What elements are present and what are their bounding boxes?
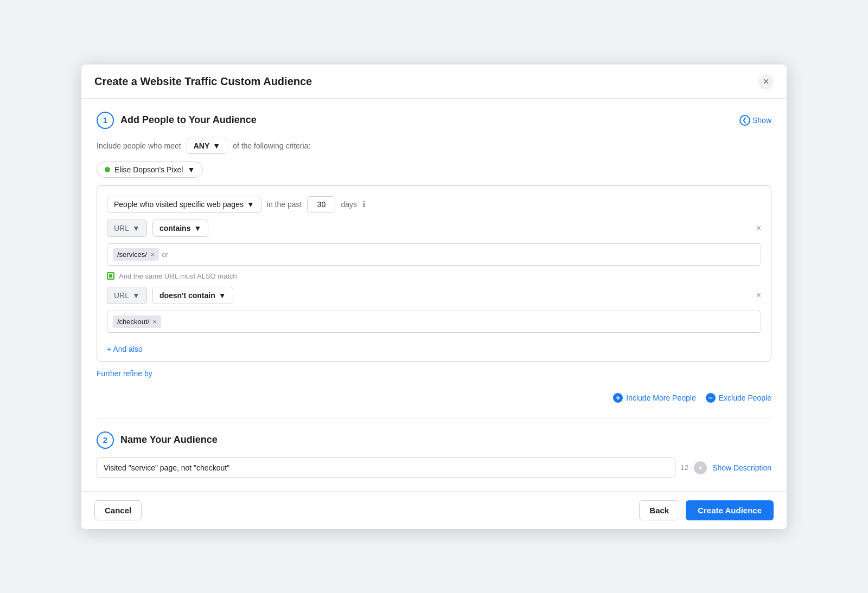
modal-container: Create a Website Traffic Custom Audience… xyxy=(81,65,787,529)
chevron-left-icon: ❮ xyxy=(739,115,750,126)
step1-circle: 1 xyxy=(97,112,114,129)
section1-title: Add People to Your Audience xyxy=(120,114,257,126)
rule1-header-row: People who visited specific web pages ▼ … xyxy=(107,196,761,213)
footer-right: Back Create Audience xyxy=(639,500,774,520)
contains-condition-button[interactable]: contains ▼ xyxy=(152,220,208,237)
contains-label: contains xyxy=(159,224,191,233)
url-tag-input[interactable]: /services/ × or xyxy=(107,243,761,266)
remove-rule2-icon[interactable]: × xyxy=(756,291,761,300)
notcontains-dropdown-icon: ▼ xyxy=(219,291,226,300)
visited-label: People who visited specific web pages xyxy=(114,200,244,209)
also-match-checkbox[interactable] xyxy=(107,272,114,280)
close-icon[interactable]: × xyxy=(758,74,774,89)
services-tag-remove[interactable]: × xyxy=(150,251,155,258)
char-count: 12 xyxy=(681,463,688,472)
back-button[interactable]: Back xyxy=(639,500,679,520)
or-label: or xyxy=(162,250,169,259)
url-dropdown-icon: ▼ xyxy=(132,224,140,233)
audience-name-input[interactable] xyxy=(97,457,675,478)
contains-dropdown-icon: ▼ xyxy=(194,224,201,233)
notcontains-label: doesn't contain xyxy=(159,291,215,300)
url-contains-row: URL ▼ contains ▼ × xyxy=(107,220,761,237)
step2-circle: 2 xyxy=(97,431,114,449)
pixel-status-dot xyxy=(105,167,110,172)
url-notcontains-row: URL ▼ doesn't contain ▼ × xyxy=(107,287,761,304)
clear-input-button[interactable]: × xyxy=(694,461,707,474)
url-type-button[interactable]: URL ▼ xyxy=(107,220,147,237)
in-past-label: in the past xyxy=(267,200,302,209)
also-match-row: And the same URL must ALSO match xyxy=(107,272,761,280)
exclude-people-button[interactable]: − Exclude People xyxy=(706,393,771,403)
further-refine-link[interactable]: Further refine by xyxy=(97,369,152,378)
url-label: URL xyxy=(114,224,129,233)
section2-header: 2 Name Your Audience xyxy=(97,431,771,449)
section2-title: Name Your Audience xyxy=(120,434,218,446)
pixel-name: Elise Dopson's Pixel xyxy=(114,165,183,174)
remove-rule1-icon[interactable]: × xyxy=(756,223,761,233)
info-icon[interactable]: ℹ xyxy=(362,199,366,209)
and-also-link[interactable]: + And also xyxy=(107,345,143,353)
services-tag: /services/ × xyxy=(113,248,159,261)
visited-dropdown-icon: ▼ xyxy=(247,200,254,209)
checkout-tag-label: /checkout/ xyxy=(117,318,149,326)
include-label: Include More People xyxy=(626,394,695,402)
exclude-label: Exclude People xyxy=(719,394,771,402)
url2-type-button[interactable]: URL ▼ xyxy=(107,287,147,304)
any-dropdown[interactable]: ANY ▼ xyxy=(187,138,227,154)
modal-body: 1 Add People to Your Audience ❮ Show Inc… xyxy=(81,99,787,478)
audience-name-row: 12 × Show Description xyxy=(97,457,771,478)
dropdown-arrow-icon: ▼ xyxy=(213,141,220,150)
show-link[interactable]: ❮ Show xyxy=(739,115,771,126)
include-more-button[interactable]: + Include More People xyxy=(613,393,695,403)
action-row: + Include More People − Exclude People xyxy=(97,393,771,403)
criteria-prefix: Include people who meet xyxy=(97,141,181,150)
modal-title: Create a Website Traffic Custom Audience xyxy=(94,75,312,88)
pixel-selector[interactable]: Elise Dopson's Pixel ▼ xyxy=(97,162,203,178)
criteria-suffix: of the following criteria: xyxy=(233,141,310,150)
any-label: ANY xyxy=(194,141,210,150)
checkout-tag-input[interactable]: /checkout/ × xyxy=(107,311,761,333)
criteria-row: Include people who meet ANY ▼ of the fol… xyxy=(97,138,771,154)
show-label: Show xyxy=(752,116,771,125)
visited-pages-dropdown[interactable]: People who visited specific web pages ▼ xyxy=(107,196,261,213)
url2-label: URL xyxy=(114,291,129,300)
notcontains-condition-button[interactable]: doesn't contain ▼ xyxy=(152,287,233,304)
section-divider xyxy=(97,418,771,418)
checkout-tag-remove[interactable]: × xyxy=(152,318,157,325)
rules-box: People who visited specific web pages ▼ … xyxy=(97,185,771,362)
pixel-dropdown-icon: ▼ xyxy=(187,165,195,174)
days-input[interactable] xyxy=(307,196,335,212)
also-match-label: And the same URL must ALSO match xyxy=(119,272,237,280)
days-label: days xyxy=(341,200,357,209)
modal-header: Create a Website Traffic Custom Audience… xyxy=(81,65,787,99)
services-tag-label: /services/ xyxy=(117,250,147,259)
show-description-link[interactable]: Show Description xyxy=(712,463,771,472)
cancel-button[interactable]: Cancel xyxy=(94,500,142,520)
modal-footer: Cancel Back Create Audience xyxy=(81,491,787,529)
exclude-minus-icon: − xyxy=(706,393,716,403)
include-plus-icon: + xyxy=(613,393,623,403)
url2-dropdown-icon: ▼ xyxy=(132,291,140,300)
create-audience-button[interactable]: Create Audience xyxy=(686,500,774,520)
section1-header: 1 Add People to Your Audience ❮ Show xyxy=(97,112,771,129)
checkout-tag: /checkout/ × xyxy=(113,315,161,328)
